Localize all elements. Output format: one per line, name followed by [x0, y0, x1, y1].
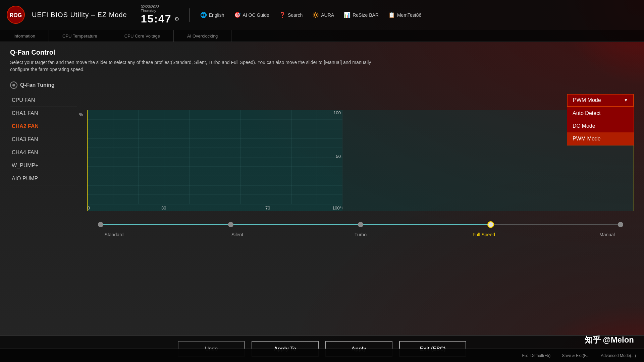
time-block: 15:47 ⚙ — [141, 13, 179, 25]
pwm-dropdown-menu: Auto Detect DC Mode PWM Mode — [567, 107, 634, 145]
svg-text:0: 0 — [88, 205, 90, 210]
fan-item-cha3-fan[interactable]: CHA3 FAN — [10, 133, 77, 146]
footer-hint-default: F5: Default(F5) — [522, 353, 552, 358]
chart-svg: 100 50 0 30 70 100 °C — [88, 110, 342, 211]
nav-items-bar: 🌐 English 🎯 AI OC Guide ❓ Search 🔆 AURA … — [196, 10, 637, 20]
slider-node-silent[interactable] — [228, 222, 233, 227]
fan-item-cha4-fan[interactable]: CHA4 FAN — [10, 146, 77, 159]
nav-search-label: Search — [288, 12, 303, 18]
main-content: Q-Fan Control Select your target fan and… — [0, 42, 644, 335]
slider-label-silent: Silent — [224, 232, 251, 237]
bios-title: UEFI BIOS Utility – EZ Mode — [32, 11, 127, 19]
dropdown-dc-mode[interactable]: DC Mode — [567, 120, 634, 132]
nav-memtest[interactable]: 📋 MemTest86 — [384, 10, 425, 20]
chart-y-unit: % — [79, 112, 83, 117]
bios-title-block: UEFI BIOS Utility – EZ Mode — [32, 11, 127, 19]
date-text: 02/23/2023 Thursday — [141, 5, 159, 13]
footer-hints-bar: F5: Default(F5) Save & Exit(F... Advance… — [0, 349, 644, 362]
nav-search[interactable]: ❓ Search — [275, 10, 307, 20]
tab-cpu-core-voltage[interactable]: CPU Core Voltage — [111, 30, 174, 42]
aura-icon: 🔆 — [312, 12, 319, 18]
fan-item-cpu-fan[interactable]: CPU FAN — [10, 94, 77, 107]
section-title: Q-Fan Control — [10, 49, 634, 56]
svg-text:°C: °C — [340, 205, 342, 210]
slider-label-turbo: Turbo — [347, 232, 374, 237]
nav-resize-bar[interactable]: 📊 ReSize BAR — [340, 10, 383, 20]
slider-node-standard[interactable] — [98, 222, 103, 227]
separator-2 — [189, 8, 190, 22]
slider-node-turbo[interactable] — [358, 222, 363, 227]
footer-hint-advanced: Advanced Mode(...) — [601, 353, 637, 358]
top-bar: ROG UEFI BIOS Utility – EZ Mode 02/23/20… — [0, 0, 644, 30]
pwm-mode-dropdown[interactable]: PWM Mode ▼ — [567, 94, 634, 107]
watermark: 知乎 @Melon — [585, 335, 634, 345]
nav-aura-label: AURA — [321, 12, 334, 18]
dropdown-auto-detect[interactable]: Auto Detect — [567, 107, 634, 120]
slider-node-full-speed[interactable] — [487, 221, 494, 228]
svg-text:100: 100 — [332, 205, 340, 210]
slider-track-container — [101, 221, 621, 228]
svg-text:100: 100 — [333, 110, 341, 115]
slider-label-manual: Manual — [594, 232, 621, 237]
svg-text:ROG: ROG — [10, 12, 22, 18]
slider-track-active — [101, 224, 491, 225]
fan-profile-slider-area: Standard Silent Turbo Full Speed Manual — [87, 221, 634, 237]
time-display: 15:47 — [141, 13, 172, 25]
nav-ai-oc-guide[interactable]: 🎯 AI OC Guide — [230, 10, 273, 20]
tab-ai-overclocking[interactable]: AI Overclocking — [174, 30, 231, 42]
ai-oc-icon: 🎯 — [234, 12, 241, 18]
tab-information[interactable]: Information — [0, 30, 49, 42]
default-key-icon: F5: — [522, 353, 529, 358]
slider-node-manual[interactable] — [618, 222, 623, 227]
nav-ai-oc-label: AI OC Guide — [243, 12, 269, 18]
rog-logo-icon: ROG — [7, 6, 25, 24]
fan-control-area: CPU FAN CHA1 FAN CHA2 FAN CHA3 FAN CHA4 … — [10, 94, 634, 237]
globe-icon: 🌐 — [200, 12, 207, 18]
resize-bar-icon: 📊 — [344, 12, 351, 18]
search-question-icon: ❓ — [279, 12, 286, 18]
chart-container: PWM Mode ▼ Auto Detect DC Mode PWM Mode — [87, 94, 634, 237]
pwm-mode-label: PWM Mode — [573, 97, 601, 103]
tab-cpu-temperature[interactable]: CPU Temperature — [49, 30, 111, 42]
qfan-tuning-icon — [10, 81, 17, 89]
dropdown-arrow-icon: ▼ — [624, 98, 628, 103]
section-description: Select your target fan and then move the… — [10, 59, 379, 73]
nav-aura[interactable]: 🔆 AURA — [308, 10, 338, 20]
footer-hint-save: Save & Exit(F... — [562, 353, 591, 358]
svg-text:30: 30 — [161, 205, 166, 210]
tab-bar: Information CPU Temperature CPU Core Vol… — [0, 30, 644, 42]
slider-label-standard: Standard — [101, 232, 127, 237]
svg-text:50: 50 — [336, 154, 341, 159]
qfan-title: Q-Fan Tuning — [20, 82, 55, 88]
fan-item-cha2-fan[interactable]: CHA2 FAN — [10, 120, 77, 133]
nav-english[interactable]: 🌐 English — [196, 10, 228, 20]
nav-resize-label: ReSize BAR — [353, 12, 379, 18]
separator-1 — [134, 8, 134, 22]
slider-label-full-speed: Full Speed — [471, 232, 497, 237]
slider-labels: Standard Silent Turbo Full Speed Manual — [101, 232, 621, 237]
fan-item-w-pump-plus[interactable]: W_PUMP+ — [10, 159, 77, 172]
settings-gear-icon[interactable]: ⚙ — [174, 16, 179, 22]
qfan-header: Q-Fan Tuning — [10, 81, 634, 89]
pwm-dropdown-wrapper: PWM Mode ▼ Auto Detect DC Mode PWM Mode — [87, 94, 634, 107]
memtest-icon: 📋 — [388, 12, 395, 18]
fan-list: CPU FAN CHA1 FAN CHA2 FAN CHA3 FAN CHA4 … — [10, 94, 77, 237]
fan-item-cha1-fan[interactable]: CHA1 FAN — [10, 107, 77, 120]
datetime-block: 02/23/2023 Thursday 15:47 ⚙ — [141, 5, 179, 25]
fan-speed-chart: % — [87, 110, 634, 211]
dropdown-pwm-mode[interactable]: PWM Mode — [567, 132, 634, 145]
nav-english-label: English — [209, 12, 224, 18]
nav-memtest-label: MemTest86 — [397, 12, 421, 18]
fan-item-aio-pump[interactable]: AIO PUMP — [10, 172, 77, 185]
svg-text:70: 70 — [265, 205, 270, 210]
